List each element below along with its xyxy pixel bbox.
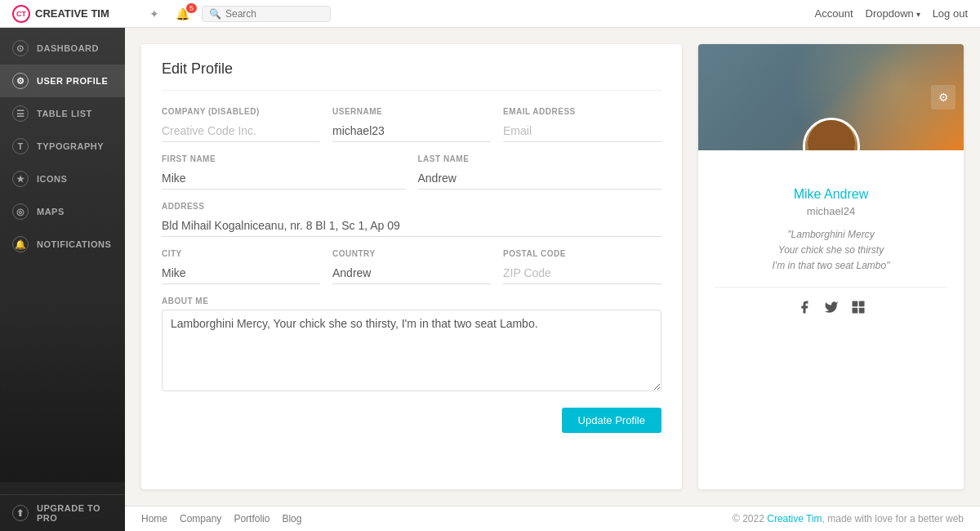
footer-links: Home Company Portfolio Blog bbox=[141, 513, 301, 524]
profile-settings-button[interactable]: ⚙ bbox=[931, 85, 956, 109]
sidebar-item-typography[interactable]: T Typography bbox=[0, 130, 125, 163]
company-group: Company (Disabled) bbox=[162, 107, 320, 142]
twitter-button[interactable] bbox=[824, 300, 839, 318]
sidebar-upgrade-label: Upgrade to Pro bbox=[37, 503, 113, 523]
aboutme-label: About Me bbox=[162, 297, 662, 306]
footer-suffix: , made with love for a better web bbox=[822, 513, 964, 524]
search-input[interactable] bbox=[225, 8, 323, 20]
firstname-label: First Name bbox=[162, 154, 406, 163]
country-group: Country bbox=[332, 249, 491, 284]
icons-icon: ★ bbox=[12, 171, 29, 187]
copyright-text: © 2022 bbox=[733, 513, 767, 524]
sidebar-item-maps[interactable]: ◎ Maps bbox=[0, 195, 125, 228]
svg-rect-2 bbox=[852, 307, 858, 313]
bio-line3: I'm in that two seat Lambo" bbox=[773, 260, 890, 271]
footer-link-blog[interactable]: Blog bbox=[282, 513, 301, 524]
email-input[interactable] bbox=[503, 120, 662, 142]
svg-rect-1 bbox=[858, 301, 864, 306]
form-footer: Update Profile bbox=[162, 408, 662, 433]
update-profile-button[interactable]: Update Profile bbox=[562, 408, 662, 433]
footer-link-portfolio[interactable]: Portfolio bbox=[234, 513, 270, 524]
search-icon: 🔍 bbox=[209, 8, 221, 20]
profile-name: Mike Andrew bbox=[715, 187, 947, 202]
navbar: CT CREATIVE TIM ✦ 🔔 5 🔍 Account Dropdown… bbox=[0, 0, 980, 28]
sidebar-item-dashboard-label: Dashboard bbox=[37, 43, 99, 53]
avatar bbox=[803, 118, 860, 150]
lastname-label: Last Name bbox=[418, 154, 662, 163]
form-row-4: City Country Postal Code bbox=[162, 249, 662, 284]
city-label: City bbox=[162, 249, 320, 258]
aboutme-textarea[interactable]: Lamborghini Mercy, Your chick she so thi… bbox=[162, 310, 662, 391]
lastname-input[interactable] bbox=[418, 167, 662, 190]
brand: CT CREATIVE TIM bbox=[12, 5, 137, 23]
notification-badge: 5 bbox=[186, 3, 197, 13]
footer-link-company[interactable]: Company bbox=[180, 513, 221, 524]
user-profile-icon: ⚙ bbox=[12, 73, 29, 89]
sidebar-content: ⊙ Dashboard ⚙ User Profile ☰ Table List … bbox=[0, 28, 125, 531]
main-content: Edit Profile Company (Disabled) Username… bbox=[125, 28, 980, 506]
sidebar-item-dashboard[interactable]: ⊙ Dashboard bbox=[0, 32, 125, 65]
edit-profile-title: Edit Profile bbox=[162, 60, 662, 91]
account-link[interactable]: Account bbox=[815, 7, 853, 20]
logout-link[interactable]: Log out bbox=[933, 7, 968, 20]
username-input[interactable] bbox=[332, 120, 491, 142]
sidebar-upgrade[interactable]: ⬆ Upgrade to Pro bbox=[0, 494, 125, 531]
form-row-3: Address bbox=[162, 202, 662, 237]
city-group: City bbox=[162, 249, 320, 284]
postal-label: Postal Code bbox=[503, 249, 662, 258]
postal-group: Postal Code bbox=[503, 249, 662, 284]
firstname-input[interactable] bbox=[162, 167, 406, 190]
brand-name: CREATIVE TIM bbox=[35, 7, 109, 20]
sidebar-item-typography-label: Typography bbox=[37, 141, 104, 151]
profile-cover: ⚙ bbox=[698, 44, 964, 150]
form-row-2: First Name Last Name bbox=[162, 154, 662, 190]
username-label: Username bbox=[332, 107, 491, 116]
postal-input[interactable] bbox=[503, 262, 662, 284]
sidebar-item-icons-label: Icons bbox=[37, 174, 67, 184]
sidebar-item-user-profile-label: User Profile bbox=[37, 76, 108, 86]
avatar-face bbox=[805, 120, 858, 150]
profile-username: michael24 bbox=[715, 205, 947, 217]
avatar-wrapper bbox=[803, 118, 860, 150]
sidebar-item-icons[interactable]: ★ Icons bbox=[0, 163, 125, 195]
bio-line1: "Lamborghini Mercy bbox=[787, 229, 874, 240]
bio-line2: Your chick she so thirsty bbox=[778, 244, 884, 256]
city-input[interactable] bbox=[162, 262, 320, 284]
email-label: Email Address bbox=[503, 107, 662, 116]
lastname-group: Last Name bbox=[418, 154, 662, 190]
svg-rect-0 bbox=[852, 301, 858, 306]
maps-icon: ◎ bbox=[12, 203, 29, 220]
sidebar-item-table-list[interactable]: ☰ Table List bbox=[0, 97, 125, 130]
profile-bio: "Lamborghini Mercy Your chick she so thi… bbox=[715, 227, 947, 274]
notifications-button[interactable]: 🔔 5 bbox=[172, 6, 194, 22]
profile-social bbox=[715, 296, 947, 318]
main: Edit Profile Company (Disabled) Username… bbox=[125, 28, 980, 531]
typography-icon: T bbox=[12, 138, 29, 154]
layout: ⊙ Dashboard ⚙ User Profile ☰ Table List … bbox=[0, 28, 980, 531]
footer-brand-link[interactable]: Creative Tim bbox=[767, 513, 822, 524]
footer: Home Company Portfolio Blog © 2022 Creat… bbox=[125, 506, 980, 531]
country-input[interactable] bbox=[332, 262, 491, 284]
facebook-button[interactable] bbox=[797, 300, 812, 318]
sidebar-item-user-profile[interactable]: ⚙ User Profile bbox=[0, 65, 125, 97]
sidebar-item-notifications[interactable]: 🔔 Notifications bbox=[0, 228, 125, 261]
address-input[interactable] bbox=[162, 215, 662, 237]
profile-card: ⚙ Mike Andrew michael24 "Lamborghini Mer… bbox=[698, 44, 964, 489]
table-list-icon: ☰ bbox=[12, 105, 29, 122]
footer-link-home[interactable]: Home bbox=[141, 513, 167, 524]
company-input bbox=[162, 120, 320, 142]
address-label: Address bbox=[162, 202, 662, 211]
brand-icon: CT bbox=[12, 5, 30, 23]
form-row-5: About Me Lamborghini Mercy, Your chick s… bbox=[162, 297, 662, 391]
notifications-icon: 🔔 bbox=[12, 236, 29, 252]
profile-divider bbox=[715, 287, 947, 288]
google-button[interactable] bbox=[851, 300, 866, 318]
dropdown-toggle[interactable]: Dropdown bbox=[866, 7, 920, 20]
address-group: Address bbox=[162, 202, 662, 237]
sidebar-item-notifications-label: Notifications bbox=[37, 239, 111, 249]
sidebar-item-maps-label: Maps bbox=[37, 207, 65, 216]
dashboard-icon: ⊙ bbox=[12, 40, 29, 56]
navbar-center: ✦ 🔔 5 🔍 bbox=[137, 6, 815, 22]
alerts-button[interactable]: ✦ bbox=[145, 6, 163, 22]
svg-rect-3 bbox=[858, 307, 864, 313]
